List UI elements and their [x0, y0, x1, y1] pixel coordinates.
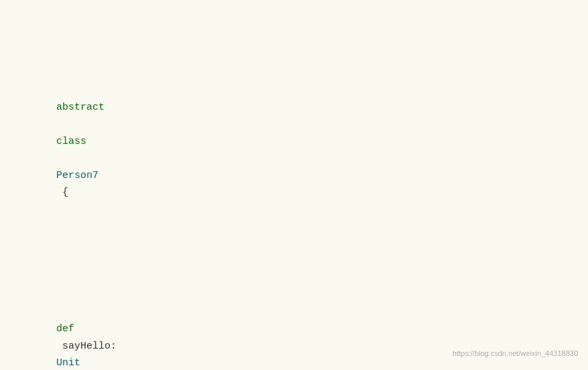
- plain-text: sayHello:: [56, 341, 117, 352]
- code-block: abstract class Person7 { def sayHello: U…: [20, 13, 568, 370]
- plain-text: [56, 118, 62, 130]
- classname-person7: Person7: [56, 170, 98, 181]
- watermark: https://blog.csdn.net/weixin_44318830: [453, 347, 578, 360]
- keyword-class: class: [56, 136, 86, 147]
- code-line-1: abstract class Person7 {: [20, 82, 568, 218]
- indent: [56, 306, 68, 318]
- keyword-abstract: abstract: [56, 102, 104, 113]
- keyword-def: def: [56, 323, 74, 335]
- plain-text: [56, 153, 62, 164]
- type-unit-1: Unit: [56, 357, 80, 369]
- plain-brace: {: [56, 187, 68, 198]
- code-container: abstract class Person7 { def sayHello: U…: [0, 0, 588, 370]
